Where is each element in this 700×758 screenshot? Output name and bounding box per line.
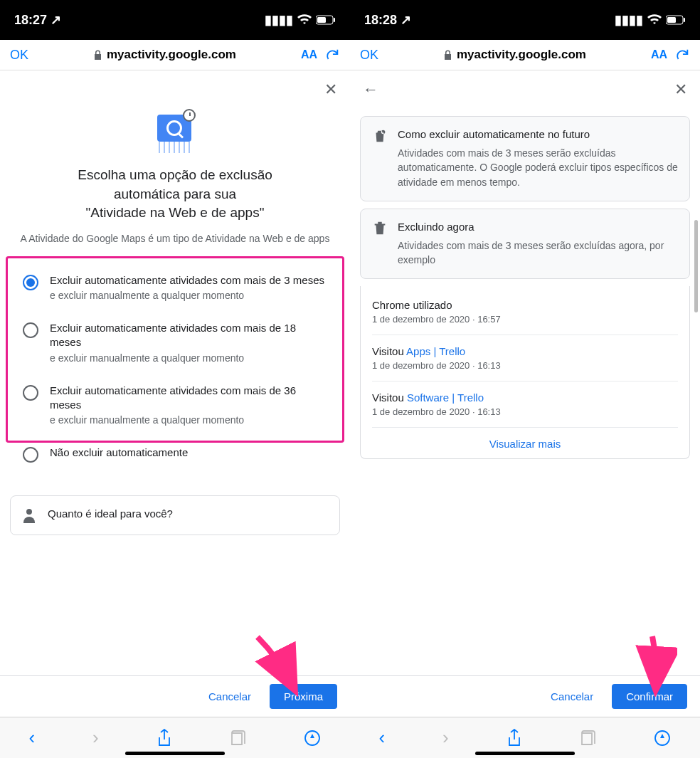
forward-icon[interactable]: › bbox=[92, 727, 99, 749]
back-icon[interactable]: ‹ bbox=[378, 727, 385, 749]
options-list: Excluir automaticamente atividades com m… bbox=[7, 253, 343, 483]
page-subtitle: A Atividade do Google Maps é um tipo de … bbox=[21, 231, 330, 246]
confirm-button[interactable]: Confirmar bbox=[612, 684, 687, 709]
cancel-button[interactable]: Cancelar bbox=[539, 684, 605, 709]
ok-button[interactable]: OK bbox=[10, 48, 28, 63]
option-dont-delete[interactable]: Não excluir automaticamente bbox=[13, 436, 337, 473]
home-indicator[interactable] bbox=[475, 752, 575, 755]
ok-button[interactable]: OK bbox=[360, 48, 378, 63]
card-title: Como excluir automaticamente no futuro bbox=[398, 128, 678, 140]
action-bar: Cancelar Próxima bbox=[0, 675, 350, 717]
tabs-icon[interactable] bbox=[304, 730, 321, 747]
option-36-months[interactable]: Excluir automaticamente atividades com m… bbox=[13, 374, 337, 436]
browser-top-bar: OK myactivity.google.com AA bbox=[0, 40, 350, 70]
radio-icon bbox=[23, 275, 38, 290]
scrollbar[interactable] bbox=[694, 220, 698, 312]
card-future-delete: Como excluir automaticamente no futuro A… bbox=[360, 116, 690, 201]
url-bar[interactable]: myactivity.google.com bbox=[36, 48, 294, 62]
option-18-months[interactable]: Excluir automaticamente atividades com m… bbox=[13, 311, 337, 374]
list-item[interactable]: Visitou Apps | Trello 1 de dezembro de 2… bbox=[372, 335, 678, 381]
people-icon bbox=[23, 509, 38, 523]
url-bar[interactable]: myactivity.google.com bbox=[386, 48, 644, 62]
text-size-button[interactable]: AA bbox=[301, 48, 317, 61]
page-content: ← ✕ Como excluir automaticamente no futu… bbox=[350, 70, 700, 758]
cancel-button[interactable]: Cancelar bbox=[197, 684, 262, 709]
lock-icon bbox=[93, 50, 102, 60]
status-bar: 18:27 ↗ ▮▮▮▮ bbox=[0, 0, 350, 40]
info-card: Quanto é ideal para você? bbox=[10, 495, 340, 535]
card-title: Excluindo agora bbox=[398, 221, 678, 233]
status-bar: 18:28 ↗ ▮▮▮▮ bbox=[350, 0, 700, 40]
phone-right: 18:28 ↗ ▮▮▮▮ OK myactivity.google.com AA… bbox=[350, 0, 700, 758]
option-3-months[interactable]: Excluir automaticamente atividades com m… bbox=[13, 263, 337, 311]
modal-header: ← ✕ bbox=[350, 70, 700, 109]
close-icon[interactable]: ✕ bbox=[674, 80, 687, 99]
list-item[interactable]: Chrome utilizado 1 de dezembro de 2020 ·… bbox=[372, 289, 678, 335]
tabs-icon[interactable] bbox=[654, 730, 671, 747]
radio-icon bbox=[23, 447, 38, 463]
svg-rect-6 bbox=[684, 18, 685, 22]
phone-left: 18:27 ↗ ▮▮▮▮ OK myactivity.google.com AA… bbox=[0, 0, 350, 758]
battery-icon bbox=[666, 15, 686, 25]
svg-rect-5 bbox=[667, 17, 676, 23]
status-time: 18:28 ↗ bbox=[364, 12, 411, 28]
back-icon[interactable]: ‹ bbox=[28, 727, 35, 749]
location-icon: ↗ bbox=[401, 13, 411, 27]
home-indicator[interactable] bbox=[125, 752, 225, 755]
card-desc: Atividades com mais de 3 meses serão exc… bbox=[398, 238, 678, 268]
card-deleting-now: Excluindo agora Atividades com mais de 3… bbox=[360, 209, 690, 280]
browser-top-bar: OK myactivity.google.com AA bbox=[350, 40, 700, 70]
list-item[interactable]: Visitou Software | Trello 1 de dezembro … bbox=[372, 381, 678, 428]
forward-icon[interactable]: › bbox=[442, 727, 449, 749]
action-bar: Cancelar Confirmar bbox=[350, 675, 700, 717]
modal-header: ✕ bbox=[0, 70, 350, 109]
radio-icon bbox=[23, 385, 38, 401]
page-content: ✕ Escolha uma opção de exclusão automáti… bbox=[0, 70, 350, 758]
status-icons: ▮▮▮▮ bbox=[265, 12, 336, 28]
text-size-button[interactable]: AA bbox=[651, 48, 667, 61]
lock-icon bbox=[443, 50, 452, 60]
view-more-link[interactable]: Visualizar mais bbox=[372, 428, 678, 456]
status-time: 18:27 ↗ bbox=[14, 12, 61, 28]
card-desc: Atividades com mais de 3 meses serão exc… bbox=[398, 146, 678, 189]
shred-icon bbox=[153, 109, 197, 153]
next-button[interactable]: Próxima bbox=[270, 684, 337, 709]
battery-icon bbox=[316, 15, 336, 25]
status-icons: ▮▮▮▮ bbox=[615, 12, 686, 28]
back-icon[interactable]: ← bbox=[363, 80, 378, 99]
share-icon[interactable] bbox=[507, 729, 522, 747]
link[interactable]: Apps | Trello bbox=[406, 345, 465, 357]
trash-icon bbox=[372, 221, 388, 236]
signal-icon: ▮▮▮▮ bbox=[265, 12, 293, 28]
reload-icon[interactable] bbox=[324, 47, 340, 63]
close-icon[interactable]: ✕ bbox=[324, 80, 337, 99]
signal-icon: ▮▮▮▮ bbox=[615, 12, 643, 28]
wifi-icon bbox=[647, 14, 662, 26]
reload-icon[interactable] bbox=[674, 47, 690, 63]
svg-rect-1 bbox=[317, 17, 326, 23]
wifi-icon bbox=[297, 14, 312, 26]
share-icon[interactable] bbox=[157, 729, 172, 747]
link[interactable]: Software | Trello bbox=[407, 391, 484, 404]
radio-icon bbox=[23, 322, 38, 338]
bookmarks-icon[interactable] bbox=[230, 730, 247, 746]
page-title: Escolha uma opção de exclusão automática… bbox=[78, 166, 272, 223]
svg-rect-2 bbox=[334, 18, 335, 22]
bookmarks-icon[interactable] bbox=[580, 730, 597, 746]
activity-list: Chrome utilizado 1 de dezembro de 2020 ·… bbox=[360, 286, 690, 459]
trash-clock-icon bbox=[372, 128, 388, 144]
location-icon: ↗ bbox=[51, 13, 61, 27]
